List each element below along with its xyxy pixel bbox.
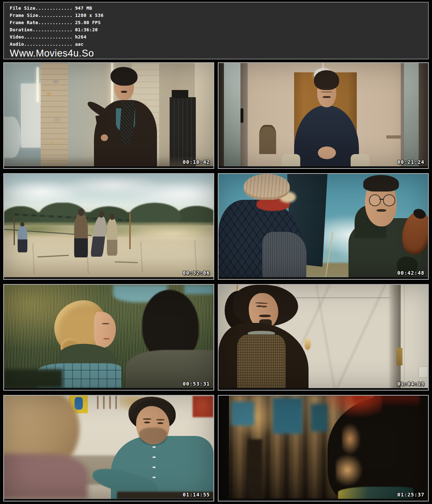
armchair <box>282 154 300 166</box>
figure-mustache <box>377 209 386 212</box>
foreground-woman-shoulder <box>4 454 88 499</box>
net-pole <box>129 213 131 249</box>
still-dark-room-scene <box>219 396 428 499</box>
media-info-panel: File Size.............947 MB Frame Size.… <box>3 2 429 59</box>
still-beach-scene <box>4 174 213 277</box>
background-chair <box>259 125 276 154</box>
screenshot-1: 00:10:42 <box>3 62 214 169</box>
person-silhouette <box>74 214 88 258</box>
wall-art-sticks <box>97 396 120 409</box>
screenshot-4: 00:42:48 <box>218 173 429 280</box>
figure-mustache <box>121 91 127 93</box>
info-value: 01:36:20 <box>72 27 98 32</box>
info-label: Frame Rate............ <box>10 20 72 25</box>
screenshot-8: 01:25:37 <box>218 395 429 501</box>
light-strip <box>36 67 39 102</box>
still-conversation-scene <box>4 396 213 499</box>
glass-pane <box>404 63 419 166</box>
sky-patch <box>184 285 213 294</box>
info-value: 947 MB <box>72 5 92 11</box>
info-label: Frame Size............ <box>10 13 72 18</box>
beanie-hat <box>244 174 290 200</box>
timestamp-overlay: 00:53:31 <box>183 381 210 387</box>
neck-rim-light <box>336 454 363 487</box>
brass-lock-plate <box>396 348 402 365</box>
latch-plate <box>419 366 428 378</box>
info-label: File Size............. <box>10 5 72 11</box>
door-handle <box>240 108 243 123</box>
archway <box>195 63 213 166</box>
screenshot-grid: 00:10:42 00:21:24 <box>3 62 429 501</box>
still-hallway-scene <box>219 285 428 388</box>
person-silhouette <box>107 218 117 255</box>
dark-furniture <box>248 439 262 499</box>
info-row-video: Video.................h264 <box>10 33 424 41</box>
wall-shadow <box>388 285 401 388</box>
ribbed-sweater <box>262 232 306 277</box>
info-value: 1280 x 536 <box>72 13 103 18</box>
figure-hand <box>101 134 108 141</box>
armchair <box>351 154 369 166</box>
info-row-file-size: File Size.............947 MB <box>10 5 424 12</box>
red-lit-hair <box>352 396 419 407</box>
screenshot-6: 01:04:13 <box>218 284 429 391</box>
timestamp-overlay: 00:32:06 <box>183 270 210 276</box>
window-light <box>273 398 302 434</box>
wall-dado <box>386 135 401 139</box>
glasses-bridge <box>379 199 384 200</box>
red-painting <box>193 396 213 417</box>
screenshot-5: 00:53:31 <box>3 284 214 391</box>
figure-eyebrows <box>143 418 151 419</box>
sand-dune <box>130 226 213 242</box>
shelf-box <box>172 90 189 98</box>
still-loft-scene <box>4 63 213 166</box>
brick-pillar <box>41 63 68 166</box>
knit-sweater <box>237 334 285 388</box>
window-light <box>231 402 254 426</box>
site-watermark: Www.Movies4u.So <box>10 48 424 59</box>
wall-light <box>305 338 311 350</box>
clouds <box>4 176 213 207</box>
info-row-audio: Audio.................aac <box>10 41 424 48</box>
timestamp-overlay: 00:10:42 <box>183 159 210 165</box>
drawing-figure <box>75 397 83 409</box>
figure-mustache <box>259 315 271 317</box>
glass-pane <box>224 63 241 166</box>
info-row-duration: Duration..............01:36:20 <box>10 26 424 33</box>
figure-eyes <box>144 422 150 423</box>
glasses-lens <box>383 194 395 206</box>
glasses-lens <box>369 194 381 206</box>
screenshot-3: 00:32:06 <box>3 173 214 280</box>
still-interview-scene <box>219 63 428 166</box>
person-silhouette <box>18 226 27 253</box>
woman-eye <box>102 323 109 324</box>
still-violin-scene <box>219 174 428 277</box>
spiral-staircase <box>4 117 21 158</box>
screenshot-2: 00:21:24 <box>218 62 429 169</box>
figure-eyes <box>256 305 262 307</box>
timestamp-overlay: 01:25:37 <box>397 492 424 498</box>
ear-rim-light <box>342 423 361 456</box>
info-value: h264 <box>72 34 86 40</box>
screenshot-7: 01:14:55 <box>3 395 214 501</box>
figure-hair <box>314 70 339 90</box>
timestamp-overlay: 01:14:55 <box>183 492 210 498</box>
info-row-frame-size: Frame Size............1280 x 536 <box>10 12 424 19</box>
info-label: Video................. <box>10 34 72 40</box>
figure-hair <box>111 67 138 86</box>
timestamp-overlay: 01:04:13 <box>397 381 424 387</box>
figure-hair <box>363 175 399 192</box>
figure-mustache <box>323 96 331 98</box>
info-label: Duration.............. <box>10 27 72 32</box>
figure-clasped-hands <box>318 147 336 159</box>
dark-pillar <box>219 396 229 499</box>
timestamp-overlay: 00:21:24 <box>397 159 424 165</box>
figure-eyes <box>321 88 333 89</box>
still-dune-profile-scene <box>4 285 213 388</box>
info-label: Audio................. <box>10 41 72 47</box>
foreground-grass <box>4 369 63 388</box>
info-value: 25.00 FPS <box>72 20 100 25</box>
info-value: aac <box>72 41 84 47</box>
info-row-frame-rate: Frame Rate............25.00 FPS <box>10 19 424 26</box>
net-pole <box>14 217 15 245</box>
